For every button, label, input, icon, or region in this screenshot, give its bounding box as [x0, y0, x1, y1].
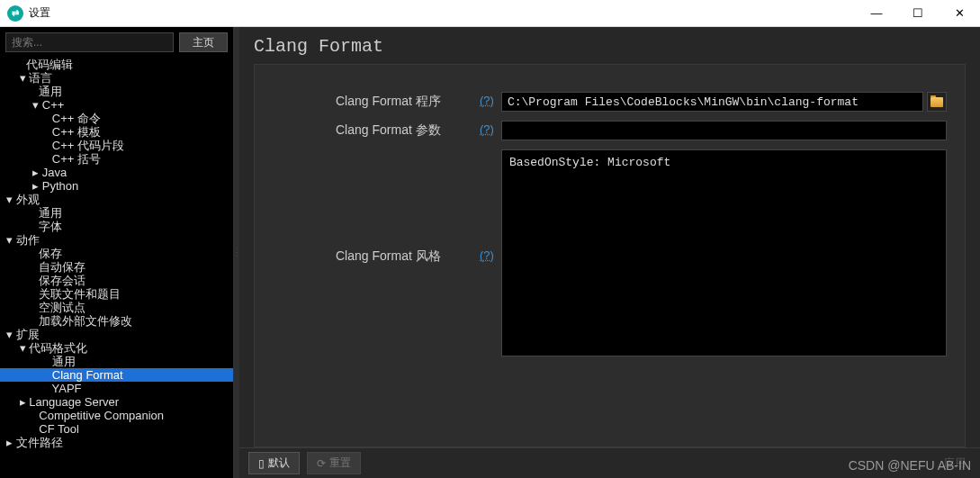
bottom-bar: ▯默认 ⟳重置 应用: [239, 447, 980, 478]
tree-item[interactable]: 空测试点: [0, 301, 233, 314]
expand-icon[interactable]: ▾: [20, 341, 30, 355]
tree-item[interactable]: ▾ 扩展: [0, 328, 233, 341]
tree-item-label: 动作: [16, 233, 40, 247]
tree-item-label: 代码格式化: [29, 341, 87, 355]
tree-item[interactable]: 保存: [0, 247, 233, 260]
tree-item[interactable]: ▾ 外观: [0, 193, 233, 206]
help-icon[interactable]: (?): [480, 121, 494, 136]
settings-tree[interactable]: 代码编辑 ▾ 语言 通用 ▾ C++ C++ 命令 C++ 模板 C++ 代码片…: [0, 58, 233, 478]
clang-program-input[interactable]: C:\Program Files\CodeBlocks\MinGW\bin\cl…: [501, 92, 923, 112]
tree-item[interactable]: ▸ Python: [0, 179, 233, 193]
titlebar: ⇄ 设置 — ☐ ✕: [0, 0, 980, 27]
clang-program-label: Clang Format 程序: [336, 92, 489, 110]
tree-item-label: C++ 括号: [52, 152, 101, 166]
clang-args-label: Clang Format 参数: [336, 121, 489, 139]
maximize-button[interactable]: ☐: [897, 0, 939, 27]
tree-item-label: 外观: [16, 193, 40, 206]
tree-item-label: C++ 代码片段: [52, 139, 124, 152]
expand-icon[interactable]: ▾: [6, 233, 16, 247]
tree-item-label: 通用: [52, 355, 76, 368]
expand-icon[interactable]: ▾: [6, 328, 16, 341]
tree-item[interactable]: ▸ Language Server: [0, 395, 233, 409]
clang-args-input[interactable]: [501, 121, 947, 140]
page-title: Clang Format: [254, 36, 966, 64]
tree-item[interactable]: C++ 代码片段: [0, 139, 233, 152]
tree-item-label: CF Tool: [39, 422, 79, 436]
tree-item[interactable]: YAPF: [0, 382, 233, 395]
tree-item-label: C++ 模板: [52, 125, 101, 139]
tree-item-label: 加载外部文件修改: [39, 314, 132, 328]
tree-item-label: 关联文件和题目: [39, 287, 121, 301]
app-icon: ⇄: [7, 5, 23, 22]
default-button[interactable]: ▯默认: [248, 452, 300, 474]
home-button[interactable]: 主页: [179, 32, 228, 52]
tree-item-label: Competitive Companion: [39, 409, 164, 422]
tree-item[interactable]: C++ 模板: [0, 125, 233, 139]
tree-item-label: C++ 命令: [52, 112, 101, 125]
tree-item-label: 文件路径: [16, 436, 63, 449]
tree-item[interactable]: ▾ 代码格式化: [0, 341, 233, 355]
search-input[interactable]: [5, 32, 174, 52]
tree-item[interactable]: 保存会话: [0, 274, 233, 287]
expand-icon[interactable]: ▾: [20, 71, 30, 85]
tree-item-label: 保存: [39, 247, 62, 260]
tree-item-label: 保存会话: [39, 274, 85, 287]
tree-item[interactable]: 字体: [0, 220, 233, 233]
minimize-button[interactable]: —: [856, 0, 897, 27]
reset-button[interactable]: ⟳重置: [307, 452, 361, 474]
tree-item[interactable]: 通用: [0, 85, 233, 98]
tree-item[interactable]: CF Tool: [0, 422, 233, 436]
clang-style-label: Clang Format 风格: [336, 149, 489, 265]
clang-style-textarea[interactable]: BasedOnStyle: Microsoft: [501, 149, 947, 356]
folder-icon: [931, 97, 943, 107]
tree-item-label: 空测试点: [39, 301, 85, 314]
tree-item-label: 字体: [39, 220, 62, 233]
tree-item-label: 语言: [29, 71, 52, 85]
page-icon: ▯: [258, 457, 265, 470]
tree-item[interactable]: ▾ 动作: [0, 233, 233, 247]
reset-icon: ⟳: [317, 457, 326, 470]
tree-item-label: Python: [42, 179, 78, 193]
tree-item-label: C++: [42, 98, 65, 112]
tree-item[interactable]: 关联文件和题目: [0, 287, 233, 301]
expand-icon[interactable]: ▾: [6, 193, 16, 206]
close-button[interactable]: ✕: [939, 0, 980, 27]
tree-item[interactable]: 代码编辑: [0, 58, 233, 71]
content-area: Clang Format Clang Format 程序 (?) C:\Prog…: [239, 27, 980, 478]
tree-item[interactable]: Competitive Companion: [0, 409, 233, 422]
tree-item[interactable]: 通用: [0, 206, 233, 220]
tree-item-label: Clang Format: [52, 368, 123, 382]
tree-item-label: Java: [42, 166, 67, 179]
tree-item-label: 通用: [39, 85, 62, 98]
tree-item[interactable]: ▸ 文件路径: [0, 436, 233, 449]
tree-item-label: Language Server: [29, 395, 119, 409]
tree-item[interactable]: 自动保存: [0, 260, 233, 274]
help-icon[interactable]: (?): [480, 92, 494, 107]
tree-item-label: 代码编辑: [26, 58, 73, 71]
tree-item[interactable]: 通用: [0, 355, 233, 368]
tree-item[interactable]: ▾ C++: [0, 98, 233, 112]
expand-icon[interactable]: ▾: [32, 98, 42, 112]
tree-item-label: 自动保存: [39, 260, 85, 274]
tree-item[interactable]: 加载外部文件修改: [0, 314, 233, 328]
tree-item[interactable]: Clang Format: [0, 368, 233, 382]
tree-item-label: YAPF: [52, 382, 82, 395]
tree-item-label: 扩展: [16, 328, 40, 341]
tree-item[interactable]: C++ 括号: [0, 152, 233, 166]
browse-button[interactable]: [927, 92, 947, 112]
sidebar: 主页 代码编辑 ▾ 语言 通用 ▾ C++ C++ 命令 C++ 模板 C++ …: [0, 27, 234, 478]
help-icon[interactable]: (?): [480, 149, 494, 262]
expand-icon[interactable]: ▸: [32, 179, 42, 193]
tree-item-label: 通用: [39, 206, 62, 220]
apply-button[interactable]: 应用: [944, 455, 971, 471]
tree-item[interactable]: ▾ 语言: [0, 71, 233, 85]
tree-item[interactable]: ▸ Java: [0, 166, 233, 179]
expand-icon[interactable]: ▸: [32, 166, 42, 179]
window-title: 设置: [29, 5, 50, 21]
expand-icon[interactable]: ▸: [6, 436, 16, 449]
tree-item[interactable]: C++ 命令: [0, 112, 233, 125]
settings-panel: Clang Format 程序 (?) C:\Program Files\Cod…: [254, 64, 966, 447]
expand-icon[interactable]: ▸: [20, 395, 30, 409]
